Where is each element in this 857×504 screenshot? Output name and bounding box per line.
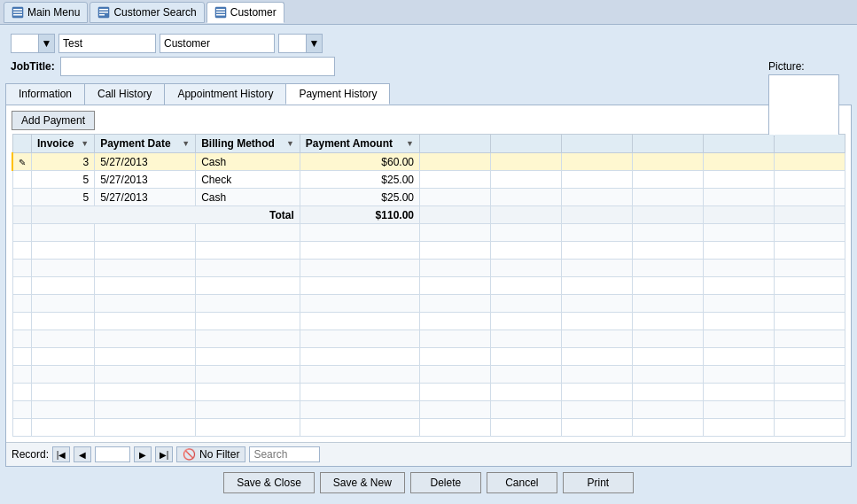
save-close-button[interactable]: Save & Close bbox=[223, 472, 315, 493]
last-name-input[interactable] bbox=[160, 34, 275, 53]
picture-label: Picture: bbox=[768, 60, 839, 73]
extra-col-1 bbox=[420, 135, 491, 153]
payment-date-cell-1: 5/27/2013 bbox=[95, 153, 196, 171]
nav-first-button[interactable]: |◀ bbox=[52, 446, 70, 462]
cancel-button[interactable]: Cancel bbox=[487, 472, 557, 493]
svg-rect-1 bbox=[13, 9, 22, 11]
payment-date-filter-arrow[interactable]: ▼ bbox=[182, 139, 190, 148]
invoice-filter-arrow[interactable]: ▼ bbox=[81, 139, 89, 148]
suffix-input[interactable] bbox=[279, 35, 306, 51]
payment-table: Invoice ▼ Payment Date ▼ bbox=[12, 134, 845, 437]
empty-row bbox=[12, 348, 845, 366]
job-title-input[interactable] bbox=[60, 57, 335, 76]
no-filter-button[interactable]: 🚫 No Filter bbox=[176, 446, 245, 462]
payment-date-cell-2: 5/27/2013 bbox=[95, 171, 196, 189]
svg-rect-9 bbox=[216, 9, 225, 11]
person-icon bbox=[214, 6, 227, 19]
tab-main-menu-label: Main Menu bbox=[27, 6, 80, 19]
tab-customer[interactable]: Customer bbox=[206, 2, 284, 23]
payment-amount-cell-1: $60.00 bbox=[300, 153, 419, 171]
no-filter-label: No Filter bbox=[199, 448, 239, 461]
main-content: ▼ ▼ JobTitle: Picture: Information bbox=[0, 25, 857, 504]
nav-next-button[interactable]: ▶ bbox=[134, 446, 152, 462]
row-indicator-2 bbox=[12, 171, 32, 189]
tab-main-menu[interactable]: Main Menu bbox=[4, 2, 88, 23]
home-icon bbox=[12, 6, 24, 19]
empty-row bbox=[12, 260, 845, 277]
table-row[interactable]: 5 5/27/2013 Check $25.00 bbox=[12, 171, 845, 189]
invoice-header[interactable]: Invoice ▼ bbox=[32, 135, 95, 153]
table-row[interactable]: 5 5/27/2013 Cash $25.00 bbox=[12, 189, 845, 206]
payment-amount-cell-3: $25.00 bbox=[300, 189, 419, 206]
empty-row bbox=[12, 384, 845, 401]
search-input[interactable] bbox=[249, 446, 320, 462]
payment-amount-header[interactable]: Payment Amount ▼ bbox=[300, 135, 419, 153]
billing-method-filter-arrow[interactable]: ▼ bbox=[286, 139, 294, 148]
extra-col-5 bbox=[704, 135, 775, 153]
empty-row bbox=[12, 295, 845, 313]
tab-payment-history[interactable]: Payment History bbox=[285, 83, 390, 105]
tab-customer-search-label: Customer Search bbox=[113, 6, 196, 19]
empty-row bbox=[12, 330, 845, 348]
customer-header: ▼ ▼ JobTitle: bbox=[5, 30, 852, 80]
prefix-dropdown[interactable]: ▼ bbox=[11, 34, 55, 53]
billing-method-cell-2: Check bbox=[196, 171, 300, 189]
tab-customer-label: Customer bbox=[230, 6, 277, 19]
extra-col-4 bbox=[633, 135, 704, 153]
svg-rect-10 bbox=[216, 12, 225, 13]
row-indicator-1: ✎ bbox=[12, 153, 32, 171]
suffix-dropdown[interactable]: ▼ bbox=[278, 34, 323, 53]
empty-row bbox=[12, 242, 845, 260]
row-indicator-3 bbox=[12, 189, 32, 206]
nav-prev-button[interactable]: ◀ bbox=[74, 446, 91, 462]
payment-date-cell-3: 5/27/2013 bbox=[95, 189, 196, 206]
billing-method-cell-3: Cash bbox=[196, 189, 300, 206]
print-button[interactable]: Print bbox=[563, 472, 634, 493]
first-name-input[interactable] bbox=[58, 34, 156, 53]
customer-header-area: ▼ ▼ JobTitle: Picture: bbox=[5, 30, 852, 83]
billing-method-header[interactable]: Billing Method ▼ bbox=[196, 135, 300, 153]
search-icon bbox=[97, 6, 110, 19]
empty-row bbox=[12, 366, 845, 384]
table-header-row: Invoice ▼ Payment Date ▼ bbox=[12, 135, 845, 153]
tab-call-history[interactable]: Call History bbox=[84, 83, 165, 105]
save-new-button[interactable]: Save & New bbox=[320, 472, 405, 493]
extra-col-6 bbox=[775, 135, 845, 153]
add-payment-button[interactable]: Add Payment bbox=[12, 111, 95, 130]
svg-rect-5 bbox=[99, 9, 108, 11]
bottom-buttons: Save & Close Save & New Delete Cancel Pr… bbox=[5, 467, 852, 499]
extra-col-2 bbox=[491, 135, 562, 153]
suffix-arrow[interactable]: ▼ bbox=[306, 35, 322, 52]
empty-row bbox=[12, 277, 845, 295]
total-label-cell: Total bbox=[32, 206, 300, 224]
svg-rect-2 bbox=[13, 12, 22, 13]
payment-date-header[interactable]: Payment Date ▼ bbox=[95, 135, 196, 153]
delete-button[interactable]: Delete bbox=[410, 472, 481, 493]
svg-rect-11 bbox=[216, 14, 225, 16]
record-label: Record: bbox=[12, 448, 49, 461]
picture-area: Picture: bbox=[768, 60, 839, 136]
payment-history-panel: Add Payment Invoice ▼ bbox=[5, 105, 852, 467]
tab-customer-search[interactable]: Customer Search bbox=[90, 2, 204, 23]
prefix-input[interactable] bbox=[12, 35, 38, 51]
tab-information[interactable]: Information bbox=[5, 83, 85, 105]
prefix-arrow[interactable]: ▼ bbox=[38, 35, 54, 52]
table-row[interactable]: ✎ 3 5/27/2013 Cash $60.00 bbox=[12, 153, 845, 171]
funnel-icon: 🚫 bbox=[183, 448, 196, 461]
payment-amount-filter-arrow[interactable]: ▼ bbox=[406, 139, 414, 148]
nav-last-button[interactable]: ▶| bbox=[155, 446, 173, 462]
name-row: ▼ ▼ bbox=[11, 34, 846, 53]
invoice-cell-1: 3 bbox=[32, 153, 95, 171]
payment-amount-cell-2: $25.00 bbox=[300, 171, 419, 189]
tab-appointment-history[interactable]: Appointment History bbox=[164, 83, 286, 105]
payment-data-grid[interactable]: Invoice ▼ Payment Date ▼ bbox=[12, 134, 845, 442]
empty-row bbox=[12, 313, 845, 330]
record-nav: Record: |◀ ◀ ▶ ▶| 🚫 No Filter bbox=[6, 442, 851, 466]
svg-rect-6 bbox=[99, 12, 108, 13]
job-title-label: JobTitle: bbox=[11, 60, 55, 73]
svg-rect-3 bbox=[13, 14, 22, 16]
total-indicator bbox=[12, 206, 32, 224]
empty-row bbox=[12, 224, 845, 242]
empty-row bbox=[12, 419, 845, 437]
record-number-input[interactable] bbox=[95, 446, 130, 462]
